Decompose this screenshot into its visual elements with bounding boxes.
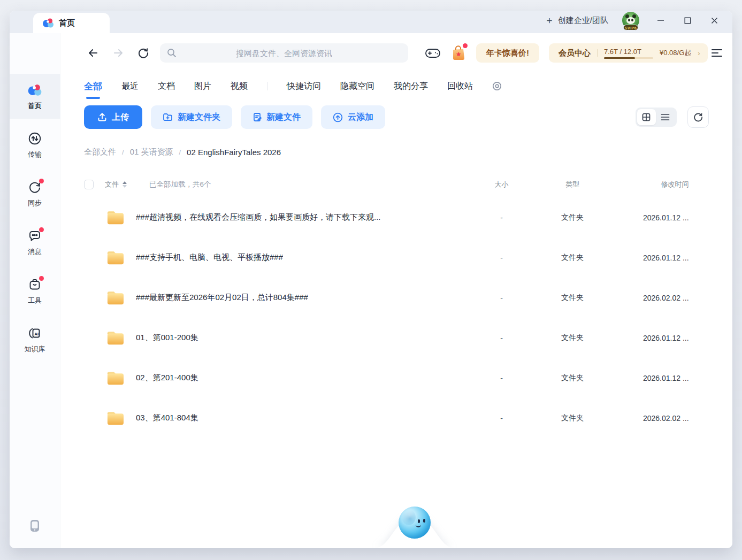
storage-progress-bar [604, 57, 653, 59]
plus-icon: ＋ [545, 16, 554, 25]
back-button[interactable] [84, 44, 102, 62]
app-logo-icon [42, 18, 54, 28]
main-menu-icon[interactable] [708, 44, 726, 62]
sync-icon [27, 180, 42, 195]
reload-button[interactable] [134, 44, 152, 62]
tab-home[interactable]: 首页 [33, 13, 110, 33]
column-file: 文件 [105, 180, 119, 189]
main-panel: 年卡惊喜价! 会员中心 7.6T / 12.0T ¥0.08/G起 › [60, 33, 732, 548]
column-type: 类型 [534, 180, 611, 189]
svg-text:AI: AI [34, 331, 39, 336]
tab-all[interactable]: 全部 [84, 80, 102, 93]
sidebar-item-sync[interactable]: 同步 [10, 171, 60, 216]
filter-tabs: 全部 最近 文档 图片 视频 快捷访问 隐藏空间 我的分享 回收站 [60, 74, 732, 98]
minimize-button[interactable] [656, 16, 665, 25]
sidebar-item-messages[interactable]: 消息 [10, 220, 60, 265]
table-row[interactable]: ###最新更新至2026年02月02日，总计804集### - 文件夹 2026… [60, 278, 732, 318]
file-size: - [470, 294, 534, 302]
file-size: - [470, 254, 534, 262]
close-button[interactable] [710, 16, 718, 25]
mascot-eye [418, 519, 420, 523]
file-name: ###最新更新至2026年02月02日，总计804集### [136, 293, 308, 303]
transfer-icon [27, 131, 42, 146]
select-all-checkbox[interactable] [84, 180, 94, 189]
table-row[interactable]: ###超清视频，在线观看会压缩画质，如果要画质好，请下载下来观... - 文件夹… [60, 197, 732, 237]
file-name: 01、第001-200集 [136, 333, 198, 343]
sidebar-item-tools[interactable]: 工具 [10, 269, 60, 313]
tab-videos[interactable]: 视频 [231, 81, 248, 92]
new-file-label: 新建文件 [266, 112, 301, 123]
shop-bag-icon[interactable] [449, 44, 467, 62]
breadcrumb-parent[interactable]: 01 英语资源 [130, 147, 173, 157]
file-name: ###支持手机、电脑、电视、平板播放### [136, 252, 283, 263]
sidebar-item-knowledge[interactable]: AI 知识库 [10, 317, 60, 362]
member-center-label: 会员中心 [559, 48, 591, 58]
divider [267, 82, 267, 90]
search-bar [160, 43, 408, 63]
cloud-add-button[interactable]: 云添加 [321, 105, 385, 129]
file-type: 文件夹 [534, 413, 611, 423]
promo-button[interactable]: 年卡惊喜价! [476, 43, 539, 63]
create-team-button[interactable]: ＋ 创建企业/团队 [545, 16, 608, 26]
avatar[interactable]: SVIP6 [622, 12, 639, 29]
grid-view-button[interactable] [637, 109, 656, 125]
mascot-eye [423, 519, 425, 523]
file-name: ###超清视频，在线观看会压缩画质，如果要画质好，请下载下来观... [136, 212, 381, 223]
tab-quick-access[interactable]: 快捷访问 [287, 81, 321, 92]
file-type: 文件夹 [534, 333, 611, 343]
notification-dot [39, 179, 44, 183]
sidebar-item-home[interactable]: 首页 [10, 74, 60, 119]
sidebar-item-label: 消息 [28, 247, 42, 257]
table-row[interactable]: 03、第401-804集 - 文件夹 2026.02.02 ... [60, 398, 732, 438]
search-input[interactable] [160, 43, 408, 63]
file-type: 文件夹 [534, 373, 611, 383]
file-list: ###超清视频，在线观看会压缩画质，如果要画质好，请下载下来观... - 文件夹… [60, 197, 732, 438]
table-row[interactable]: 01、第001-200集 - 文件夹 2026.01.12 ... [60, 318, 732, 358]
maximize-button[interactable] [683, 16, 692, 25]
new-folder-label: 新建文件夹 [178, 112, 220, 123]
mobile-device-icon[interactable] [29, 519, 40, 534]
file-type: 文件夹 [534, 213, 611, 223]
forward-button[interactable] [109, 44, 127, 62]
table-row[interactable]: 02、第201-400集 - 文件夹 2026.01.12 ... [60, 358, 732, 398]
new-file-button[interactable]: 新建文件 [241, 105, 312, 129]
nav-row: 年卡惊喜价! 会员中心 7.6T / 12.0T ¥0.08/G起 › [60, 43, 732, 63]
toolbar: 上传 新建文件夹 新建文件 [60, 105, 732, 129]
tab-recent[interactable]: 最近 [121, 81, 139, 92]
home-logo-icon [27, 82, 42, 97]
vip-badge: SVIP6 [623, 25, 638, 30]
sidebar-item-transfer[interactable]: 传输 [10, 122, 60, 167]
sidebar: 首页 传输 [10, 33, 60, 548]
table-row[interactable]: ###支持手机、电脑、电视、平板播放### - 文件夹 2026.01.12 .… [60, 237, 732, 278]
storage-text: 7.6T / 12.0T [604, 48, 641, 56]
view-toggle [636, 108, 677, 127]
list-view-button[interactable] [656, 109, 675, 125]
cloud-add-label: 云添加 [348, 112, 373, 123]
folder-icon [105, 289, 125, 306]
tab-home-label: 首页 [59, 18, 75, 28]
create-team-label: 创建企业/团队 [558, 16, 608, 26]
tab-my-shares[interactable]: 我的分享 [394, 81, 428, 92]
member-center-button[interactable]: 会员中心 7.6T / 12.0T ¥0.08/G起 › [549, 43, 708, 63]
tab-recycle-bin[interactable]: 回收站 [447, 81, 473, 92]
sort-toggle[interactable] [123, 181, 127, 188]
file-size: - [470, 414, 534, 423]
loaded-status: 已全部加载，共6个 [149, 180, 211, 189]
tab-documents[interactable]: 文档 [158, 81, 175, 92]
file-modified: 2026.01.12 ... [611, 213, 689, 222]
new-folder-button[interactable]: 新建文件夹 [151, 105, 232, 129]
tab-hidden-space[interactable]: 隐藏空间 [340, 81, 374, 92]
target-icon[interactable] [492, 81, 502, 91]
game-center-icon[interactable] [424, 44, 442, 62]
refresh-list-button[interactable] [687, 106, 709, 128]
panda-eye-icon [631, 19, 633, 21]
ai-knowledge-icon: AI [27, 326, 42, 341]
sidebar-item-label: 知识库 [25, 344, 45, 354]
upload-button[interactable]: 上传 [84, 105, 142, 129]
breadcrumb-separator: / [179, 148, 181, 156]
mascot-ball-icon[interactable] [399, 507, 431, 539]
file-modified: 2026.01.12 ... [611, 374, 689, 382]
breadcrumb-root[interactable]: 全部文件 [84, 147, 116, 157]
tab-pictures[interactable]: 图片 [194, 81, 211, 92]
panda-eye-icon [628, 19, 630, 21]
